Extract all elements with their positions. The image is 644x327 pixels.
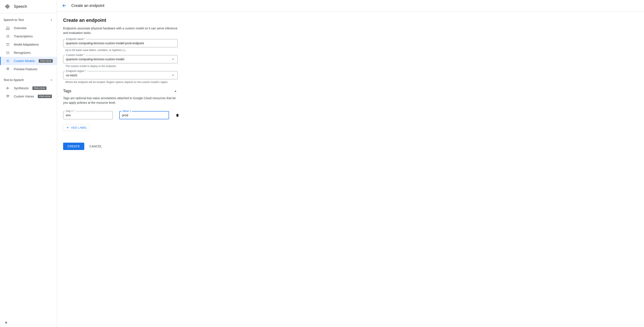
stack-icon [6,67,10,71]
svg-rect-11 [7,43,7,45]
svg-rect-0 [6,6,6,7]
chevron-up-icon [50,18,54,22]
sidebar-item-label: Recognizers [14,51,31,54]
field-helper: The custom model to deploy to the endpoi… [65,64,180,68]
svg-rect-19 [8,52,9,53]
product-title: Speech [14,4,27,9]
svg-rect-21 [8,54,9,54]
create-button[interactable]: CREATE [63,143,84,150]
home-icon [6,26,10,30]
chevron-up-icon [50,78,54,82]
svg-rect-24 [6,88,7,88]
tags-section-toggle[interactable]: Tags [63,89,178,93]
svg-rect-14 [9,43,9,44]
main-header: Create an endpoint [57,0,644,12]
nav-section-stt: Speech-to-Text Overview Transcriptions M… [0,13,57,73]
svg-point-23 [7,60,8,62]
sidebar-item-label: Custom Voices [14,95,34,98]
sidebar-item-custom-voices[interactable]: Custom Voices PREVIEW [0,92,57,100]
sidebar-item-preview-features[interactable]: Preview Features [0,65,57,73]
main: Create an endpoint Create an endpoint En… [57,0,644,327]
svg-rect-18 [6,52,8,53]
svg-rect-2 [8,4,8,9]
sidebar-item-label: Overview [14,26,26,30]
sidebar-footer [0,318,57,327]
svg-rect-5 [7,35,9,36]
svg-rect-28 [9,88,9,88]
form-description: Endpoints associate physical hardware wi… [63,26,180,35]
list-icon [6,34,10,38]
nav-section-tts: Text-to-Speech Synthesize PREVIEW Custom… [0,73,57,100]
field-label: Custom model * [65,54,85,57]
field-label: Endpoint name * [65,38,86,41]
endpoint-region-field: Endpoint region * us-east1 [63,71,178,79]
cancel-button[interactable]: CANCEL [90,144,102,148]
svg-rect-27 [8,88,9,89]
field-label: Key 1 * [65,110,76,112]
preview-badge: PREVIEW [38,95,52,98]
svg-rect-25 [7,87,7,89]
sidebar-item-synthesize[interactable]: Synthesize PREVIEW [0,84,57,92]
svg-rect-26 [8,87,8,90]
speech-logo-icon [5,4,10,9]
chevron-up-icon [173,89,178,93]
sidebar-item-model-adaptations[interactable]: Model Adaptations [0,40,57,49]
target-icon [6,59,10,63]
svg-rect-1 [6,5,7,8]
svg-rect-15 [6,46,9,46]
page-title: Create an endpoint [71,4,104,8]
tag-value-field: Value 1 [119,111,169,119]
sidebar-item-overview[interactable]: Overview [0,24,57,32]
back-button[interactable] [62,3,67,8]
add-label-button[interactable]: ADD LABEL [63,124,90,131]
svg-rect-7 [7,36,9,36]
sidebar-item-label: Transcriptions [14,34,33,38]
chevron-down-icon [171,58,175,61]
svg-rect-13 [8,43,9,44]
form-heading: Create an endpoint [63,18,237,23]
sidebar-item-custom-models[interactable]: Custom Models PREVIEW [0,57,57,65]
svg-rect-29 [6,322,6,324]
nav-section-header-stt[interactable]: Speech-to-Text [0,16,57,24]
sidebar: Speech Speech-to-Text Overview Transcrip… [0,0,57,327]
preview-badge: PREVIEW [32,86,46,90]
stack-icon [6,94,10,98]
select-value: quantum-computing-lectures-custom-model [66,58,124,61]
sidebar-item-label: Custom Models [14,59,35,63]
sidebar-header: Speech [0,0,57,13]
svg-rect-9 [7,37,9,38]
select-value: us-east1 [66,74,78,77]
custom-model-field: Custom model * quantum-computing-lecture… [63,55,178,63]
tags-title: Tags [63,89,71,93]
sidebar-item-recognizers[interactable]: Recognizers [0,49,57,57]
sidebar-item-label: Model Adaptations [14,43,39,46]
add-label-text: ADD LABEL [71,126,87,129]
chevron-down-icon [171,74,175,77]
tags-description: Tags are optional key-value annotations … [63,96,180,105]
svg-rect-10 [6,43,7,44]
nav-section-header-tts[interactable]: Text-to-Speech [0,76,57,84]
svg-rect-20 [6,54,8,54]
lines-icon [6,51,10,55]
wave-icon [6,86,10,90]
action-row: CREATE CANCEL [63,143,237,150]
content: Create an endpoint Endpoints associate p… [57,12,243,156]
svg-rect-16 [6,52,8,52]
svg-rect-17 [8,52,9,52]
sidebar-item-label: Preview Features [14,68,38,71]
field-label: Value 1 [122,110,132,112]
tune-icon [6,42,10,46]
svg-rect-3 [9,6,9,8]
sidebar-item-label: Synthesize [14,86,28,90]
tag-row: Key 1 * Value 1 [63,111,237,119]
preview-badge: PREVIEW [39,59,53,63]
sidebar-item-transcriptions[interactable]: Transcriptions [0,32,57,40]
tag-key-field: Key 1 * [63,111,113,119]
svg-rect-8 [6,37,7,38]
svg-rect-6 [6,36,7,36]
delete-tag-button[interactable] [176,113,179,117]
endpoint-name-field: Endpoint name * [63,39,178,47]
svg-rect-4 [6,35,7,36]
collapse-sidebar-icon[interactable] [4,320,52,325]
svg-rect-12 [8,43,8,44]
